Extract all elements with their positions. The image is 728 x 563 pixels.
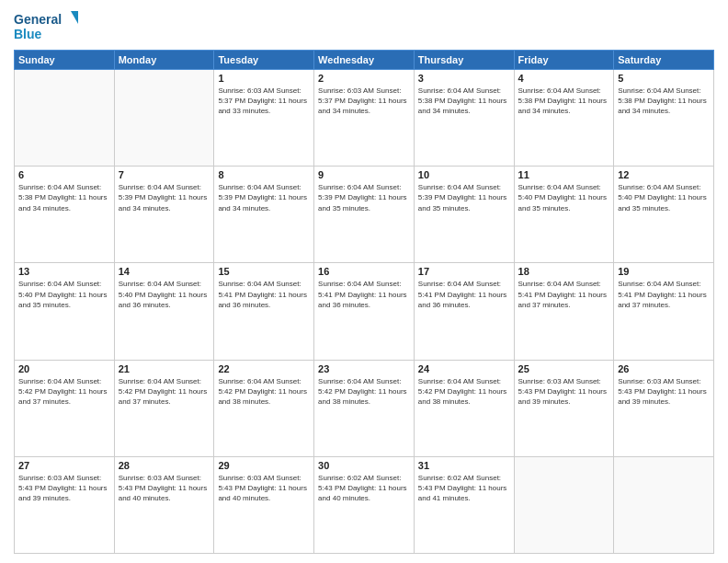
calendar-cell (614, 456, 714, 553)
cell-info: Sunrise: 6:04 AM Sunset: 5:42 PM Dayligh… (18, 376, 110, 408)
calendar-cell: 18Sunrise: 6:04 AM Sunset: 5:41 PM Dayli… (514, 263, 614, 360)
cell-info: Sunrise: 6:04 AM Sunset: 5:40 PM Dayligh… (119, 279, 210, 310)
cell-info: Sunrise: 6:04 AM Sunset: 5:41 PM Dayligh… (618, 279, 710, 310)
day-number: 20 (18, 363, 110, 374)
calendar-cell: 5Sunrise: 6:04 AM Sunset: 5:38 PM Daylig… (614, 70, 714, 167)
cell-info: Sunrise: 6:04 AM Sunset: 5:41 PM Dayligh… (418, 279, 510, 310)
calendar-cell: 11Sunrise: 6:04 AM Sunset: 5:40 PM Dayli… (514, 167, 614, 263)
calendar-cell: 16Sunrise: 6:04 AM Sunset: 5:41 PM Dayli… (314, 263, 415, 360)
day-number: 10 (418, 169, 510, 180)
calendar-cell: 24Sunrise: 6:04 AM Sunset: 5:42 PM Dayli… (414, 360, 514, 456)
calendar-cell: 10Sunrise: 6:04 AM Sunset: 5:39 PM Dayli… (414, 167, 514, 263)
calendar-week-row: 6Sunrise: 6:04 AM Sunset: 5:38 PM Daylig… (15, 167, 714, 263)
svg-text:General: General (14, 12, 62, 27)
logo: General Blue (14, 9, 78, 44)
calendar-cell (514, 456, 614, 553)
day-number: 16 (318, 266, 410, 277)
day-number: 30 (318, 460, 410, 471)
calendar-cell: 9Sunrise: 6:04 AM Sunset: 5:39 PM Daylig… (314, 167, 415, 263)
calendar-cell: 14Sunrise: 6:04 AM Sunset: 5:40 PM Dayli… (114, 263, 214, 360)
day-header-tuesday: Tuesday (214, 51, 314, 70)
calendar-header-row: SundayMondayTuesdayWednesdayThursdayFrid… (15, 51, 714, 70)
calendar-cell: 22Sunrise: 6:04 AM Sunset: 5:42 PM Dayli… (214, 360, 314, 456)
day-number: 1 (218, 73, 310, 84)
day-number: 31 (418, 460, 510, 471)
calendar-cell: 26Sunrise: 6:03 AM Sunset: 5:43 PM Dayli… (614, 360, 714, 456)
calendar-cell: 1Sunrise: 6:03 AM Sunset: 5:37 PM Daylig… (214, 70, 314, 167)
cell-info: Sunrise: 6:03 AM Sunset: 5:43 PM Dayligh… (518, 376, 610, 408)
cell-info: Sunrise: 6:04 AM Sunset: 5:42 PM Dayligh… (119, 376, 210, 408)
svg-marker-2 (71, 11, 78, 24)
cell-info: Sunrise: 6:04 AM Sunset: 5:41 PM Dayligh… (218, 279, 310, 310)
calendar-week-row: 13Sunrise: 6:04 AM Sunset: 5:40 PM Dayli… (15, 263, 714, 360)
calendar-cell: 15Sunrise: 6:04 AM Sunset: 5:41 PM Dayli… (214, 263, 314, 360)
day-number: 14 (119, 266, 210, 277)
cell-info: Sunrise: 6:03 AM Sunset: 5:43 PM Dayligh… (119, 473, 210, 504)
day-number: 8 (218, 169, 310, 180)
day-number: 22 (218, 363, 310, 374)
calendar-cell: 19Sunrise: 6:04 AM Sunset: 5:41 PM Dayli… (614, 263, 714, 360)
day-header-sunday: Sunday (15, 51, 115, 70)
day-number: 2 (318, 73, 410, 84)
calendar-cell: 20Sunrise: 6:04 AM Sunset: 5:42 PM Dayli… (15, 360, 115, 456)
day-number: 11 (518, 169, 610, 180)
cell-info: Sunrise: 6:04 AM Sunset: 5:38 PM Dayligh… (518, 86, 610, 117)
calendar-cell: 29Sunrise: 6:03 AM Sunset: 5:43 PM Dayli… (214, 456, 314, 553)
calendar-table: SundayMondayTuesdayWednesdayThursdayFrid… (14, 50, 714, 554)
day-number: 23 (318, 363, 410, 374)
calendar-cell: 28Sunrise: 6:03 AM Sunset: 5:43 PM Dayli… (114, 456, 214, 553)
calendar-cell: 3Sunrise: 6:04 AM Sunset: 5:38 PM Daylig… (414, 70, 514, 167)
calendar-cell: 31Sunrise: 6:02 AM Sunset: 5:43 PM Dayli… (414, 456, 514, 553)
cell-info: Sunrise: 6:04 AM Sunset: 5:41 PM Dayligh… (518, 279, 610, 310)
day-number: 4 (518, 73, 610, 84)
calendar-cell: 8Sunrise: 6:04 AM Sunset: 5:39 PM Daylig… (214, 167, 314, 263)
calendar-cell (114, 70, 214, 167)
day-header-thursday: Thursday (414, 51, 514, 70)
calendar-cell: 12Sunrise: 6:04 AM Sunset: 5:40 PM Dayli… (614, 167, 714, 263)
calendar-cell: 17Sunrise: 6:04 AM Sunset: 5:41 PM Dayli… (414, 263, 514, 360)
calendar-cell: 23Sunrise: 6:04 AM Sunset: 5:42 PM Dayli… (314, 360, 415, 456)
calendar-cell: 21Sunrise: 6:04 AM Sunset: 5:42 PM Dayli… (114, 360, 214, 456)
day-number: 29 (218, 460, 310, 471)
cell-info: Sunrise: 6:04 AM Sunset: 5:40 PM Dayligh… (618, 182, 710, 213)
day-number: 24 (418, 363, 510, 374)
cell-info: Sunrise: 6:03 AM Sunset: 5:43 PM Dayligh… (218, 473, 310, 504)
calendar-cell: 13Sunrise: 6:04 AM Sunset: 5:40 PM Dayli… (15, 263, 115, 360)
cell-info: Sunrise: 6:04 AM Sunset: 5:42 PM Dayligh… (318, 376, 410, 408)
cell-info: Sunrise: 6:04 AM Sunset: 5:42 PM Dayligh… (418, 376, 510, 408)
day-number: 25 (518, 363, 610, 374)
calendar-week-row: 20Sunrise: 6:04 AM Sunset: 5:42 PM Dayli… (15, 360, 714, 456)
cell-info: Sunrise: 6:04 AM Sunset: 5:40 PM Dayligh… (518, 182, 610, 213)
day-number: 9 (318, 169, 410, 180)
day-number: 12 (618, 169, 710, 180)
day-number: 3 (418, 73, 510, 84)
calendar-cell: 27Sunrise: 6:03 AM Sunset: 5:43 PM Dayli… (15, 456, 115, 553)
day-number: 5 (618, 73, 710, 84)
day-header-friday: Friday (514, 51, 614, 70)
page: General Blue SundayMondayTuesdayWednesda… (0, 0, 728, 563)
day-header-saturday: Saturday (614, 51, 714, 70)
cell-info: Sunrise: 6:03 AM Sunset: 5:43 PM Dayligh… (18, 473, 110, 504)
cell-info: Sunrise: 6:03 AM Sunset: 5:43 PM Dayligh… (618, 376, 710, 408)
logo-svg: General Blue (14, 9, 78, 44)
cell-info: Sunrise: 6:04 AM Sunset: 5:39 PM Dayligh… (418, 182, 510, 213)
cell-info: Sunrise: 6:02 AM Sunset: 5:43 PM Dayligh… (318, 473, 410, 504)
day-header-wednesday: Wednesday (314, 51, 415, 70)
day-number: 7 (119, 169, 210, 180)
day-number: 26 (618, 363, 710, 374)
calendar-cell (15, 70, 115, 167)
calendar-week-row: 1Sunrise: 6:03 AM Sunset: 5:37 PM Daylig… (15, 70, 714, 167)
calendar-cell: 30Sunrise: 6:02 AM Sunset: 5:43 PM Dayli… (314, 456, 415, 553)
svg-text:Blue: Blue (14, 27, 42, 41)
day-number: 28 (119, 460, 210, 471)
calendar-cell: 6Sunrise: 6:04 AM Sunset: 5:38 PM Daylig… (15, 167, 115, 263)
day-number: 6 (18, 169, 110, 180)
day-number: 19 (618, 266, 710, 277)
cell-info: Sunrise: 6:04 AM Sunset: 5:42 PM Dayligh… (218, 376, 310, 408)
cell-info: Sunrise: 6:04 AM Sunset: 5:38 PM Dayligh… (418, 86, 510, 117)
cell-info: Sunrise: 6:04 AM Sunset: 5:39 PM Dayligh… (119, 182, 210, 213)
cell-info: Sunrise: 6:04 AM Sunset: 5:40 PM Dayligh… (18, 279, 110, 310)
header: General Blue (14, 9, 714, 44)
calendar-cell: 25Sunrise: 6:03 AM Sunset: 5:43 PM Dayli… (514, 360, 614, 456)
day-number: 21 (119, 363, 210, 374)
